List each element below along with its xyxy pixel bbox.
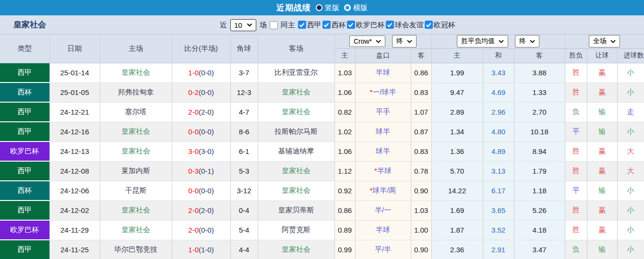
handicap-line: 球半	[355, 141, 411, 161]
bookmaker-dropdown-value: Crow*	[354, 37, 372, 45]
handicap-away-odds: 0.83	[411, 141, 431, 161]
league-label: 欧冠杯	[434, 21, 455, 29]
corner-count: 6-1	[230, 141, 258, 161]
league-checkbox-4[interactable]	[386, 21, 394, 29]
competition-badge: 西甲	[0, 102, 49, 122]
home-team-name[interactable]: 皇家社会	[100, 200, 172, 220]
away-team-name[interactable]: 皇家社会	[258, 181, 334, 200]
home-team-name[interactable]: 邦弗拉甸拿	[100, 82, 172, 102]
away-team-name[interactable]: 皇家社会	[258, 161, 334, 181]
layout-option-vertical-label: 竖版	[325, 3, 339, 12]
result-wdl: 负	[565, 102, 587, 122]
wdl-time-dropdown[interactable]: 终	[515, 35, 539, 47]
result-wdl: 胜	[565, 141, 587, 161]
score-cell: 0-3(0-1)	[172, 161, 230, 181]
score-cell: 0-0(0-0)	[172, 122, 230, 141]
layout-option-vertical[interactable]: 竖版	[316, 3, 339, 12]
home-team-name[interactable]: 塞尔塔	[100, 102, 172, 122]
handicap-home-odds: 1.06	[334, 141, 355, 161]
home-team-name[interactable]: 皇家社会	[100, 141, 172, 161]
period-dropdown-value: 全场	[593, 37, 607, 46]
result-handicap: 赢	[587, 82, 617, 102]
handicap-home-odds: 1.06	[334, 82, 355, 102]
subheader-hcap-away: 客	[411, 48, 431, 63]
score-cell: 2-0(0-0)	[172, 220, 230, 240]
score-cell: 0-2(0-0)	[172, 82, 230, 102]
result-goals: 小	[617, 181, 644, 200]
home-team-name[interactable]: 皇家社会	[100, 63, 172, 82]
handicap-home-odds: 0.82	[334, 102, 355, 122]
chevron-down-icon	[610, 40, 616, 43]
away-team-name[interactable]: 拉斯帕尔马斯	[258, 122, 334, 141]
result-handicap: 赢	[587, 220, 617, 240]
lose-odds: 1.18	[514, 181, 565, 200]
away-team-name[interactable]: 皇家社会	[258, 240, 334, 259]
bookmaker-dropdown[interactable]: Crow*	[349, 35, 385, 47]
home-team-name[interactable]: 毕尔巴鄂竞技	[100, 240, 172, 259]
live-star-icon: *	[374, 166, 377, 175]
result-goals: 小	[617, 82, 644, 102]
result-handicap: 输	[587, 240, 617, 259]
result-handicap: 赢	[587, 161, 617, 181]
result-wdl: 负	[565, 240, 587, 259]
team-title-link[interactable]: 皇家社会	[13, 19, 46, 30]
lose-odds: 10.18	[514, 122, 565, 141]
layout-option-horizontal[interactable]: 横版	[344, 3, 368, 12]
corner-count: 3-12	[230, 181, 258, 200]
filter-controls: 近 10 场 同主 西甲西杯欧罗巴杯球会友谊欧冠杯	[220, 15, 455, 35]
handicap-home-odds: 0.92	[334, 181, 355, 200]
league-checkbox-1[interactable]	[298, 21, 306, 29]
result-goals: 走	[617, 102, 644, 122]
league-label: 西杯	[332, 21, 346, 29]
league-filter-group: 西甲西杯欧罗巴杯球会友谊欧冠杯	[297, 21, 455, 30]
result-handicap: 赢	[587, 141, 617, 161]
home-team-name[interactable]: 莱加内斯	[100, 161, 172, 181]
wdl-average-dropdown[interactable]: 胜平负均值	[457, 35, 508, 47]
result-goals: 小	[617, 200, 644, 220]
corner-count: 12-3	[230, 82, 258, 102]
away-team-name[interactable]: 皇家社会	[258, 82, 334, 102]
check-icon	[323, 23, 329, 27]
check-icon	[348, 23, 354, 27]
corner-count: 3-7	[230, 63, 258, 82]
match-row: 西杯25-01-05邦弗拉甸拿0-2(0-0)12-3皇家社会1.06*一/球半…	[0, 82, 644, 102]
win-odds: 5.70	[431, 161, 483, 181]
league-checkbox-2[interactable]	[322, 21, 331, 29]
chevron-down-icon	[407, 40, 412, 43]
away-team-name[interactable]: 皇家社会	[258, 102, 334, 122]
score-cell: 0-0(0-0)	[172, 181, 230, 200]
league-checkbox-5[interactable]	[425, 21, 433, 29]
win-odds: 9.47	[431, 82, 483, 102]
match-count-select[interactable]: 10	[230, 19, 256, 31]
radio-horizontal-icon[interactable]	[344, 4, 351, 11]
lose-odds: 1.79	[514, 161, 565, 181]
competition-badge: 西甲	[0, 200, 49, 220]
home-team-name[interactable]: 皇家社会	[100, 220, 172, 240]
result-handicap: 输	[587, 122, 617, 141]
win-odds: 1.99	[431, 63, 483, 82]
filter-bar: 皇家社会 近 10 场 同主 西甲西杯欧罗巴杯球会友谊欧冠杯	[0, 15, 644, 35]
handicap-time-dropdown[interactable]: 终	[392, 35, 417, 47]
away-team-name[interactable]: 皇家贝蒂斯	[258, 200, 334, 220]
away-team-name[interactable]: 基辅迪纳摩	[258, 141, 334, 161]
match-row: 西甲24-12-08莱加内斯0-3(0-1)5-3皇家社会1.12*半球0.78…	[0, 161, 644, 181]
result-goals: 小	[617, 63, 644, 82]
result-handicap: 输	[587, 181, 617, 200]
win-odds: 2.36	[431, 240, 483, 259]
league-checkbox-3[interactable]	[347, 21, 355, 29]
radio-vertical-icon[interactable]	[316, 4, 322, 11]
lose-odds: 1.33	[514, 82, 565, 102]
home-team-name[interactable]: 干昆斯	[100, 181, 172, 200]
period-dropdown[interactable]: 全场	[589, 35, 620, 47]
result-wdl: 胜	[565, 200, 587, 220]
results-group-header: 全场	[565, 35, 644, 48]
away-team-name[interactable]: 比利亚雷亚尔	[258, 63, 334, 82]
home-team-name[interactable]: 皇家社会	[100, 122, 172, 141]
draw-odds: 6.17	[483, 181, 514, 200]
same-home-checkbox[interactable]	[270, 21, 278, 29]
away-team-name[interactable]: 阿贾克斯	[258, 220, 334, 240]
competition-badge: 西甲	[0, 122, 49, 141]
result-handicap: 赢	[587, 63, 617, 82]
live-star-icon: *	[370, 186, 372, 194]
match-date: 24-12-06	[49, 181, 100, 200]
